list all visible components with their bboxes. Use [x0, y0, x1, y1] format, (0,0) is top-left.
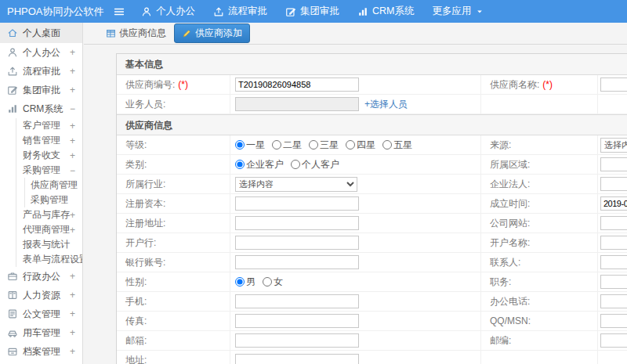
- edit-icon: [285, 6, 296, 17]
- supplier-name-input[interactable]: [600, 77, 627, 92]
- registered-address-input[interactable]: [235, 216, 359, 230]
- sidebar-item-personal-office[interactable]: 个人办公+: [0, 43, 82, 62]
- level-radio[interactable]: [235, 140, 245, 150]
- sidebar-item-workflow-approval[interactable]: 流程审批+: [0, 62, 82, 81]
- category-radio-option[interactable]: 个人客户: [291, 158, 339, 171]
- bank-account-input[interactable]: [235, 255, 359, 269]
- category-radio-option[interactable]: 企业客户: [235, 158, 284, 171]
- car-icon: [7, 327, 18, 338]
- sidebar-item-finance-mgmt[interactable]: 财务收支+: [16, 148, 82, 163]
- sidebar-item-vehicle-mgmt[interactable]: 用车管理+: [0, 323, 82, 342]
- sidebar-item-product-inventory[interactable]: 产品与库存+: [16, 207, 82, 222]
- expand-plus-icon[interactable]: +: [70, 121, 82, 132]
- email-input[interactable]: [235, 333, 359, 348]
- level-radio[interactable]: [272, 140, 281, 150]
- registered-capital-input[interactable]: [235, 196, 359, 211]
- contact-person-input[interactable]: [600, 255, 627, 269]
- business-staff-input[interactable]: [235, 97, 359, 111]
- sidebar-item-agent-mgmt[interactable]: 代理商管理+: [16, 222, 82, 237]
- level-radio[interactable]: [346, 140, 355, 150]
- top-bar: PHPOA协同办公软件 个人办公流程审批集团审批CRM系统更多应用: [0, 0, 627, 23]
- tab-supplier-add[interactable]: 供应商添加: [174, 23, 250, 43]
- expand-plus-icon[interactable]: +: [70, 47, 82, 58]
- legal-person-input[interactable]: [600, 177, 627, 191]
- nav-item-workflow-approval[interactable]: 流程审批: [213, 5, 267, 18]
- main-content: 供应商信息供应商添加 基本信息供应商编号:(*)供应商名称:(*)业务人员:+选…: [84, 23, 627, 364]
- sidebar-item-reports-stats[interactable]: 报表与统计: [16, 237, 82, 252]
- level-radio-option[interactable]: 一星: [235, 139, 265, 152]
- nav-item-crm-system[interactable]: CRM系统: [357, 5, 414, 18]
- nav-item-more-apps[interactable]: 更多应用: [432, 5, 484, 18]
- collapse-minus-icon[interactable]: −: [70, 103, 82, 114]
- sidebar-item-document-mgmt[interactable]: 公文管理+: [0, 305, 82, 323]
- required-marker: (*): [178, 79, 188, 90]
- level-radio[interactable]: [382, 140, 392, 150]
- supplier-code-input[interactable]: [235, 77, 359, 92]
- account-name-input[interactable]: [600, 236, 627, 250]
- category-radio[interactable]: [235, 160, 245, 169]
- expand-plus-icon[interactable]: +: [70, 85, 82, 96]
- industry-select[interactable]: 选择内容: [235, 177, 357, 192]
- expand-plus-icon[interactable]: +: [70, 290, 82, 301]
- sidebar-item-sales-mgmt[interactable]: 销售管理+: [16, 133, 82, 148]
- mobile-label: 手机:: [117, 292, 230, 311]
- nav-item-group-approval[interactable]: 集团审批: [285, 5, 339, 18]
- position-input[interactable]: [600, 275, 627, 289]
- level-radio-option[interactable]: 二星: [272, 139, 302, 152]
- sidebar-item-personal-desktop[interactable]: 个人桌面: [0, 23, 82, 43]
- address-input[interactable]: [235, 354, 359, 364]
- sidebar-item-customer-mgmt[interactable]: 客户管理+: [16, 118, 82, 133]
- home-icon: [7, 27, 18, 38]
- level-radio[interactable]: [309, 140, 318, 150]
- sidebar-item-form-flow-settings[interactable]: 表单与流程设置+: [16, 252, 82, 267]
- qq-msn-input[interactable]: [600, 314, 627, 328]
- expand-plus-icon[interactable]: +: [70, 346, 82, 357]
- category-radio[interactable]: [291, 160, 300, 169]
- field-label-text: 注册资本:: [125, 197, 165, 211]
- tab-label: 供应商添加: [195, 27, 242, 40]
- form-row: 邮箱:邮编:: [117, 331, 627, 351]
- bank-input[interactable]: [235, 236, 359, 250]
- level-radio-option[interactable]: 四星: [346, 139, 375, 152]
- menu-toggle-button[interactable]: [113, 5, 125, 18]
- expand-plus-icon[interactable]: +: [70, 225, 82, 236]
- table-icon: [106, 28, 116, 38]
- sidebar-item-partial-item[interactable]: +: [0, 361, 82, 364]
- expand-plus-icon[interactable]: +: [70, 66, 82, 77]
- book-icon: [7, 290, 18, 301]
- zip-code-input[interactable]: [600, 333, 627, 348]
- expand-plus-icon[interactable]: +: [70, 271, 82, 282]
- level-radio-option[interactable]: 三星: [309, 139, 339, 152]
- expand-plus-icon[interactable]: +: [70, 210, 82, 221]
- gender-radio[interactable]: [235, 277, 245, 287]
- founding-date-input[interactable]: [600, 196, 627, 211]
- office-phone-input[interactable]: [600, 294, 627, 308]
- gender-radio-option[interactable]: 男: [235, 276, 256, 289]
- fax-label: 传真:: [117, 312, 230, 330]
- nav-item-personal-office[interactable]: 个人办公: [141, 5, 195, 18]
- address-label: 地址:: [117, 351, 230, 364]
- fax-input[interactable]: [235, 314, 359, 328]
- tab-supplier-info[interactable]: 供应商信息: [104, 24, 168, 42]
- sidebar-item-admin-office[interactable]: 行政办公+: [0, 267, 82, 286]
- sidebar-item-purchase-mgmt-sub[interactable]: 采购管理: [16, 193, 82, 207]
- sidebar-item-purchase-mgmt[interactable]: 采购管理−: [16, 163, 82, 178]
- gender-radio[interactable]: [263, 277, 272, 287]
- source-select[interactable]: 选择内容: [600, 138, 627, 153]
- company-website-input[interactable]: [600, 216, 627, 230]
- pick-person-link[interactable]: +选择人员: [364, 98, 408, 111]
- sidebar-item-archive-mgmt[interactable]: 档案管理+: [0, 342, 82, 361]
- sidebar-item-crm-system[interactable]: CRM系统−: [0, 99, 82, 118]
- expand-plus-icon[interactable]: +: [70, 308, 82, 319]
- sidebar-item-human-resources[interactable]: 人力资源+: [0, 286, 82, 305]
- expand-plus-icon[interactable]: +: [70, 327, 82, 338]
- sidebar-item-group-approval[interactable]: 集团审批+: [0, 81, 82, 99]
- expand-plus-icon[interactable]: +: [70, 135, 82, 146]
- level-radio-option[interactable]: 五星: [382, 139, 412, 152]
- region-input[interactable]: [600, 157, 627, 171]
- expand-plus-icon[interactable]: +: [70, 150, 82, 161]
- sidebar-item-supplier-mgmt[interactable]: 供应商管理: [16, 178, 82, 193]
- mobile-input[interactable]: [235, 294, 359, 308]
- gender-radio-option[interactable]: 女: [263, 276, 283, 289]
- collapse-minus-icon[interactable]: −: [70, 165, 82, 176]
